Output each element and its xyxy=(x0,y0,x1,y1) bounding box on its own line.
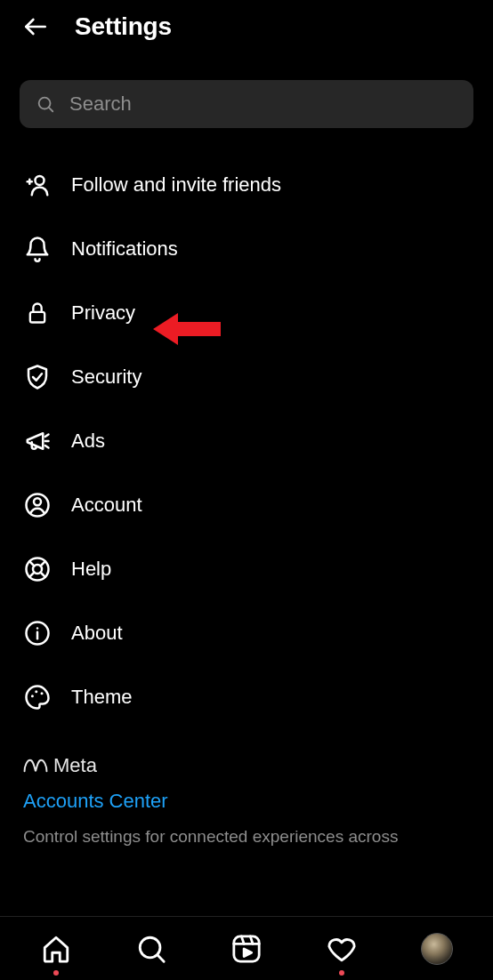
page-title: Settings xyxy=(75,12,172,41)
notification-dot xyxy=(53,970,59,976)
meta-brand: Meta xyxy=(23,754,470,777)
svg-point-22 xyxy=(35,690,37,693)
back-button[interactable] xyxy=(21,12,50,41)
menu-item-label: Notifications xyxy=(71,237,178,261)
nav-reels[interactable] xyxy=(225,928,268,970)
user-circle-icon xyxy=(23,491,52,519)
menu-item-ads[interactable]: Ads xyxy=(0,409,493,473)
person-add-icon xyxy=(23,171,52,199)
menu-item-security[interactable]: Security xyxy=(0,345,493,409)
heart-icon xyxy=(327,934,357,964)
svg-rect-6 xyxy=(30,312,44,323)
svg-line-2 xyxy=(49,108,53,112)
svg-point-3 xyxy=(36,176,44,185)
svg-point-23 xyxy=(41,692,44,695)
menu-item-privacy[interactable]: Privacy xyxy=(0,281,493,345)
menu-item-label: Security xyxy=(71,365,141,389)
settings-list: Follow and invite friends Notifications … xyxy=(0,137,493,729)
menu-item-account[interactable]: Account xyxy=(0,473,493,537)
nav-activity[interactable] xyxy=(320,928,363,970)
megaphone-icon xyxy=(23,427,52,455)
menu-item-theme[interactable]: Theme xyxy=(0,665,493,729)
lock-icon xyxy=(23,299,52,327)
reels-icon xyxy=(231,934,262,964)
nav-search[interactable] xyxy=(130,928,173,970)
menu-item-follow-invite[interactable]: Follow and invite friends xyxy=(0,153,493,217)
menu-item-help[interactable]: Help xyxy=(0,537,493,601)
meta-description: Control settings for connected experienc… xyxy=(23,825,470,849)
menu-item-label: Privacy xyxy=(71,301,135,325)
menu-item-label: Account xyxy=(71,494,142,517)
accounts-center-link[interactable]: Accounts Center xyxy=(23,790,470,813)
menu-item-label: Follow and invite friends xyxy=(71,173,281,197)
svg-line-7 xyxy=(45,435,49,438)
nav-profile[interactable] xyxy=(416,928,458,970)
search-icon xyxy=(36,94,55,114)
svg-line-14 xyxy=(29,561,34,566)
search-input[interactable] xyxy=(69,92,457,116)
info-icon xyxy=(23,619,52,647)
profile-avatar xyxy=(421,933,453,965)
notification-dot xyxy=(339,970,344,976)
bottom-nav xyxy=(0,916,493,980)
shield-check-icon xyxy=(23,363,52,391)
svg-line-26 xyxy=(158,955,164,961)
arrow-left-icon xyxy=(21,12,50,41)
lifebuoy-icon xyxy=(23,555,52,583)
svg-point-11 xyxy=(34,498,41,505)
search-container xyxy=(0,53,493,137)
search-box[interactable] xyxy=(20,80,473,128)
home-icon xyxy=(41,934,71,964)
menu-item-about[interactable]: About xyxy=(0,601,493,665)
menu-item-label: About xyxy=(71,622,123,645)
palette-icon xyxy=(23,683,52,711)
meta-brand-text: Meta xyxy=(53,754,97,777)
menu-item-label: Ads xyxy=(71,430,105,453)
bell-icon xyxy=(23,235,52,263)
svg-line-9 xyxy=(45,446,49,448)
svg-marker-31 xyxy=(244,949,252,957)
search-icon xyxy=(136,934,166,964)
nav-home[interactable] xyxy=(35,928,77,970)
menu-item-label: Help xyxy=(71,558,111,581)
meta-section: Meta Accounts Center Control settings fo… xyxy=(0,729,493,858)
svg-line-17 xyxy=(29,573,34,577)
svg-line-16 xyxy=(41,561,45,566)
svg-line-15 xyxy=(41,573,45,577)
menu-item-notifications[interactable]: Notifications xyxy=(0,217,493,281)
header: Settings xyxy=(0,0,493,53)
meta-logo-icon xyxy=(23,757,48,775)
menu-item-label: Theme xyxy=(71,686,132,709)
svg-point-20 xyxy=(36,627,39,630)
svg-point-21 xyxy=(31,695,34,697)
